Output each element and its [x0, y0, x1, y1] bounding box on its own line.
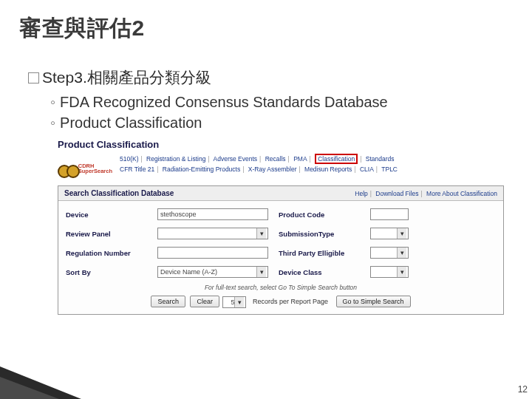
- nav-link[interactable]: Adverse Events: [214, 155, 258, 163]
- supersearch-line2: SuperSearch: [78, 168, 112, 174]
- nav-link[interactable]: Standards: [366, 155, 395, 163]
- binoculars-icon: [58, 160, 76, 177]
- device-label: Device: [66, 211, 147, 219]
- nav-link[interactable]: 510(K): [120, 155, 139, 163]
- regulation-number-label: Regulation Number: [66, 249, 147, 257]
- slide: 審查與評估2 Step3.相關產品分類分級 ◦FDA Recognized Co…: [0, 0, 532, 399]
- about-link[interactable]: More About Classification: [426, 190, 497, 197]
- nav-link[interactable]: Medisun Reports: [304, 166, 352, 173]
- nav-link[interactable]: Radiation-Emitting Products: [163, 166, 240, 173]
- bullet-text: Product Classification: [60, 115, 202, 131]
- page-number: 12: [518, 384, 528, 395]
- checkbox-icon: [28, 72, 39, 83]
- bullet-marker: ◦: [50, 115, 55, 131]
- third-party-select[interactable]: [370, 247, 409, 259]
- nav-link[interactable]: X-Ray Assembler: [248, 166, 297, 173]
- search-db-links: Help| Download Files| More About Classif…: [355, 190, 497, 197]
- button-row: Search Clear 50 Records per Report Page …: [66, 296, 496, 308]
- screenshot-header-row: CDRH SuperSearch 510(K)| Registration & …: [58, 153, 504, 183]
- nav-link[interactable]: TPLC: [381, 166, 398, 173]
- clear-button[interactable]: Clear: [190, 296, 219, 307]
- records-per-page-label: Records per Report Page: [253, 298, 328, 305]
- device-input[interactable]: stethoscope: [157, 208, 268, 220]
- nav-link[interactable]: CFR Title 21: [120, 166, 154, 173]
- regulation-number-input[interactable]: [157, 247, 268, 259]
- nav-link[interactable]: Recalls: [265, 155, 286, 163]
- nav-links-row-2: CFR Title 21| Radiation-Emitting Product…: [120, 165, 504, 175]
- nav-link-classification[interactable]: Classification: [315, 154, 358, 164]
- bullet-text: FDA Recognized Consensus Standards Datab…: [60, 94, 388, 110]
- sort-by-select[interactable]: Device Name (A-Z): [157, 266, 268, 278]
- supersearch-logo: CDRH SuperSearch: [58, 153, 112, 183]
- device-class-label: Device Class: [279, 268, 360, 276]
- per-page-select[interactable]: 50: [222, 296, 246, 308]
- list-item: ◦FDA Recognized Consensus Standards Data…: [50, 92, 514, 112]
- search-button[interactable]: Search: [151, 296, 185, 307]
- product-code-input[interactable]: [370, 208, 409, 220]
- bullet-marker: ◦: [50, 94, 55, 110]
- nav-link[interactable]: CLIA: [360, 166, 374, 173]
- search-hint: For full-text search, select Go To Simpl…: [66, 284, 496, 291]
- list-item: ◦Product Classification: [50, 113, 514, 133]
- review-panel-label: Review Panel: [66, 230, 147, 238]
- slide-title: 審查與評估2: [19, 13, 514, 44]
- nav-links-area: 510(K)| Registration & Listing| Adverse …: [120, 153, 504, 174]
- nav-links-row-1: 510(K)| Registration & Listing| Adverse …: [120, 154, 504, 165]
- corner-decoration: [0, 353, 81, 399]
- sort-by-label: Sort By: [66, 268, 147, 276]
- step-label: Step3.: [42, 69, 87, 86]
- download-link[interactable]: Download Files: [375, 190, 418, 197]
- search-form: Device stethoscope Product Code Review P…: [58, 201, 503, 314]
- nav-link[interactable]: Registration & Listing: [146, 155, 205, 163]
- step-text: 相關產品分類分級: [87, 69, 211, 86]
- fda-screenshot: Product Classification CDRH SuperSearch …: [58, 139, 504, 315]
- search-db-header: Search Classification Database Help| Dow…: [58, 186, 503, 201]
- third-party-label: Third Party Elligible: [279, 249, 360, 257]
- device-class-select[interactable]: [370, 266, 409, 278]
- nav-link[interactable]: PMA: [293, 155, 307, 163]
- supersearch-label: CDRH SuperSearch: [78, 163, 112, 174]
- sub-bullet-list: ◦FDA Recognized Consensus Standards Data…: [50, 92, 514, 133]
- submission-type-select[interactable]: [370, 228, 409, 239]
- search-db-panel: Search Classification Database Help| Dow…: [58, 185, 504, 315]
- submission-type-label: SubmissionType: [279, 230, 360, 238]
- search-db-title: Search Classification Database: [64, 189, 174, 197]
- help-link[interactable]: Help: [355, 190, 367, 197]
- review-panel-select[interactable]: [157, 228, 268, 239]
- product-code-label: Product Code: [279, 211, 360, 219]
- go-to-simple-search-button[interactable]: Go to Simple Search: [336, 296, 411, 307]
- screenshot-heading: Product Classification: [58, 139, 504, 150]
- step-line: Step3.相關產品分類分級: [28, 67, 514, 88]
